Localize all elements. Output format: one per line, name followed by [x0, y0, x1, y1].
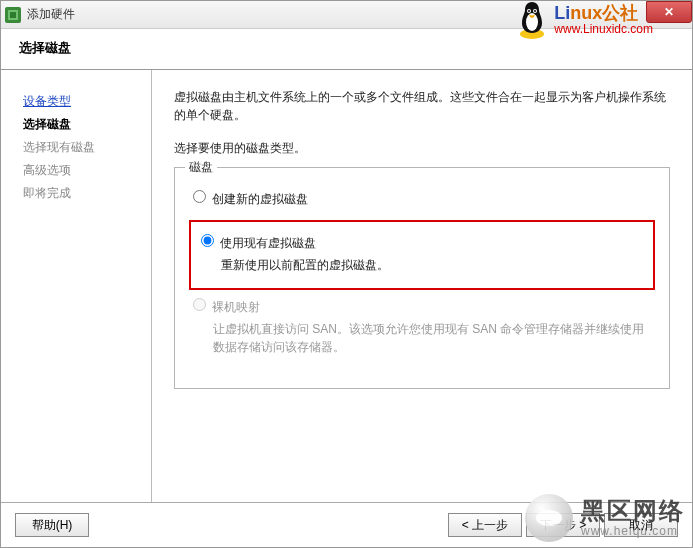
watermark-linux-url: www.Linuxidc.com [554, 23, 653, 36]
step-ready: 即将完成 [23, 182, 143, 205]
disk-group: 磁盘 创建新的虚拟磁盘 使用现有虚拟磁盘 重新使用以前配置的虚拟磁盘。 裸机映射… [174, 167, 670, 389]
step-select-disk: 选择磁盘 [23, 113, 143, 136]
option-rdm: 裸机映射 让虚拟机直接访问 SAN。该选项允许您使用现有 SAN 命令管理存储器… [189, 292, 655, 362]
description-text: 虚拟磁盘由主机文件系统上的一个或多个文件组成。这些文件合在一起显示为客户机操作系… [174, 88, 670, 124]
step-device-type[interactable]: 设备类型 [23, 90, 143, 113]
close-icon: ✕ [664, 5, 674, 19]
main-area: 设备类型 选择磁盘 选择现有磁盘 高级选项 即将完成 虚拟磁盘由主机文件系统上的… [1, 70, 692, 502]
heiqu-url: www.heiqu.com [581, 525, 685, 538]
option-use-existing-label: 使用现有虚拟磁盘 [220, 236, 316, 250]
heiqu-name: 黑区网络 [581, 498, 685, 524]
svg-point-7 [534, 10, 536, 12]
app-icon [5, 7, 21, 23]
watermark-linux-tag: 公社 [602, 3, 638, 23]
disk-group-legend: 磁盘 [185, 159, 217, 176]
watermark-linux-brand-b: nux [570, 3, 602, 23]
watermark-linux: Linux公社 www.Linuxidc.com [514, 0, 653, 40]
watermark-linux-brand-a: Li [554, 3, 570, 23]
radio-create-new[interactable] [193, 190, 206, 203]
option-create-new-label: 创建新的虚拟磁盘 [212, 192, 308, 206]
radio-rdm [193, 298, 206, 311]
svg-rect-1 [10, 12, 16, 18]
radio-use-existing[interactable] [201, 234, 214, 247]
wizard-steps: 设备类型 选择磁盘 选择现有磁盘 高级选项 即将完成 [1, 70, 151, 502]
dialog-window: 添加硬件 ✕ Linux公社 www.Linuxidc.com 选择磁盘 设备类… [0, 0, 693, 548]
option-rdm-sub: 让虚拟机直接访问 SAN。该选项允许您使用现有 SAN 命令管理存储器并继续使用… [213, 320, 651, 356]
step-advanced: 高级选项 [23, 159, 143, 182]
step-select-existing: 选择现有磁盘 [23, 136, 143, 159]
tux-icon [514, 0, 550, 40]
option-use-existing-sub: 重新使用以前配置的虚拟磁盘。 [221, 256, 641, 274]
option-create-new[interactable]: 创建新的虚拟磁盘 [189, 184, 655, 214]
heiqu-bubble-icon [525, 494, 573, 542]
window-title: 添加硬件 [27, 6, 75, 23]
svg-point-6 [528, 10, 530, 12]
highlight-existing-box: 使用现有虚拟磁盘 重新使用以前配置的虚拟磁盘。 [189, 220, 655, 290]
option-use-existing[interactable]: 使用现有虚拟磁盘 重新使用以前配置的虚拟磁盘。 [197, 228, 645, 280]
prompt-text: 选择要使用的磁盘类型。 [174, 140, 670, 157]
back-button[interactable]: < 上一步 [448, 513, 522, 537]
page-title: 选择磁盘 [19, 39, 674, 57]
content-panel: 虚拟磁盘由主机文件系统上的一个或多个文件组成。这些文件合在一起显示为客户机操作系… [151, 70, 692, 502]
help-button[interactable]: 帮助(H) [15, 513, 89, 537]
watermark-heiqu: 黑区网络 www.heiqu.com [525, 494, 685, 542]
option-rdm-label: 裸机映射 [212, 300, 260, 314]
